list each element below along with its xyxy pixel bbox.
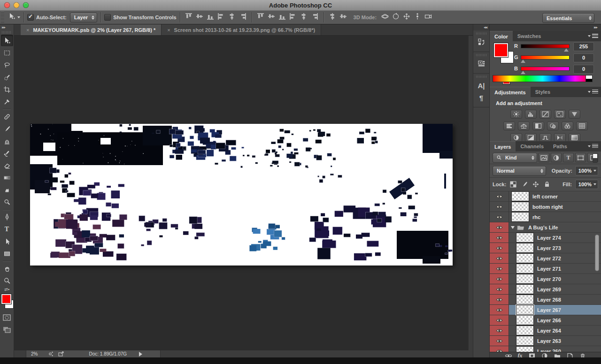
options-bar-grip[interactable] <box>1 12 4 23</box>
layer-visibility-eye-icon[interactable] <box>490 212 509 222</box>
distribute-vertical-centers-icon[interactable] <box>267 13 276 21</box>
adjustment-black-white-button[interactable] <box>532 121 544 130</box>
layer-row-layer-266[interactable]: Layer 266 <box>490 315 601 326</box>
tool-rect-marquee[interactable] <box>1 47 13 59</box>
collapse-tools-icon[interactable]: ▸▸ <box>0 24 14 30</box>
tool-clone-stamp[interactable] <box>1 135 13 147</box>
layer-thumbnail[interactable] <box>516 233 533 242</box>
green-channel-value[interactable]: 0 <box>573 53 594 62</box>
filter-adjustment-layers-icon[interactable] <box>551 153 562 162</box>
fill-value[interactable]: 100% <box>575 180 598 189</box>
tool-eyedropper[interactable] <box>1 96 13 107</box>
layer-row-content[interactable]: Layer 270 <box>509 274 601 284</box>
layer-name[interactable]: rhc <box>532 214 540 220</box>
layer-name[interactable]: Layer 273 <box>537 245 561 251</box>
tool-history-brush[interactable] <box>1 147 13 159</box>
distribute-vertical-space-icon[interactable] <box>339 13 348 21</box>
3d-orbit-icon[interactable] <box>380 13 389 21</box>
tab-channels[interactable]: Channels <box>516 141 548 152</box>
adjustment-curves-button[interactable] <box>539 110 551 119</box>
distribute-horizontal-space-icon[interactable] <box>328 13 337 21</box>
layer-visibility-eye-icon[interactable] <box>490 346 509 352</box>
layer-row-layer-271[interactable]: Layer 271 <box>490 264 601 274</box>
white-black-ramp-end[interactable] <box>586 75 593 82</box>
foreground-color-swatch[interactable] <box>1 294 11 304</box>
layer-name[interactable]: Layer 268 <box>537 297 561 303</box>
filter-type-layers-icon[interactable]: T <box>563 153 574 162</box>
layer-row-content[interactable]: Layer 273 <box>509 243 601 253</box>
properties-panel-icon[interactable] <box>476 58 487 69</box>
3d-slide-icon[interactable] <box>413 13 422 21</box>
3d-camera-icon[interactable] <box>424 13 432 21</box>
tab-paths[interactable]: Paths <box>548 141 572 152</box>
distribute-bottom-edges-icon[interactable] <box>278 13 287 21</box>
layer-name[interactable]: left corner <box>532 194 558 199</box>
zoom-level-field[interactable]: 2% <box>31 351 38 356</box>
group-disclosure-triangle-icon[interactable] <box>511 226 515 229</box>
document-tab-screenshot[interactable]: × Screen shot 2013-10-26 at 19.23.39.png… <box>162 24 321 35</box>
layer-row-layer-260[interactable]: Layer 260 <box>490 346 601 352</box>
adjustment-channel-mixer-button[interactable] <box>562 121 573 130</box>
layer-row-layer-267[interactable]: Layer 267 <box>490 305 601 315</box>
layer-name[interactable]: Layer 266 <box>537 318 561 323</box>
history-panel-icon[interactable] <box>476 37 487 48</box>
layer-thumbnail[interactable] <box>516 254 533 263</box>
lock-image-pixels-icon[interactable] <box>521 181 528 188</box>
workspace-switcher[interactable]: Essentials <box>542 13 594 23</box>
filter-shape-layers-icon[interactable] <box>575 153 586 162</box>
document-canvas[interactable] <box>30 124 453 265</box>
layer-name[interactable]: Layer 267 <box>537 307 561 313</box>
opacity-value[interactable]: 100% <box>575 166 598 175</box>
layer-row-content[interactable]: Layer 271 <box>509 264 601 273</box>
layer-row-content[interactable]: Layer 264 <box>509 326 601 335</box>
panel-menu-icon[interactable] <box>591 89 598 95</box>
layer-thumbnail[interactable] <box>516 326 533 335</box>
layer-thumbnail[interactable] <box>512 192 529 201</box>
close-tab-icon[interactable]: × <box>167 27 170 33</box>
layer-name[interactable]: Layer 274 <box>537 235 561 241</box>
adjustment-exposure-button[interactable] <box>554 110 566 119</box>
layer-visibility-eye-icon[interactable] <box>490 274 509 284</box>
adjustment-hue-saturation-button[interactable] <box>503 121 515 130</box>
layer-name[interactable]: Layer 272 <box>537 256 561 261</box>
tool-move[interactable] <box>1 35 13 46</box>
layer-row-content[interactable]: Layer 269 <box>509 284 601 294</box>
green-channel-slider[interactable] <box>521 55 570 60</box>
layer-visibility-eye-icon[interactable] <box>490 284 509 294</box>
auto-select-target-dropdown[interactable]: Layer <box>70 13 97 23</box>
tab-styles[interactable]: Styles <box>531 87 555 97</box>
expand-dock-icon[interactable]: ◂◂ <box>473 24 489 30</box>
adjustment-brightness-contrast-button[interactable] <box>510 110 522 119</box>
close-tab-icon[interactable]: × <box>26 27 29 33</box>
layer-thumbnail[interactable] <box>516 316 533 325</box>
layer-name[interactable]: Layer 271 <box>537 266 561 272</box>
red-channel-value[interactable]: 255 <box>573 42 594 51</box>
canvas-vertical-scrollbar[interactable] <box>468 36 473 350</box>
show-transform-controls-checkbox[interactable] <box>104 14 111 21</box>
layer-name[interactable]: Layer 270 <box>537 276 561 282</box>
3d-roll-icon[interactable] <box>391 13 400 21</box>
layer-thumbnail[interactable] <box>516 243 533 252</box>
layer-visibility-eye-icon[interactable] <box>490 336 509 346</box>
layer-visibility-eye-icon[interactable] <box>490 243 509 253</box>
layer-row-content[interactable]: Layer 272 <box>509 253 601 263</box>
tool-gradient[interactable] <box>1 172 13 183</box>
distribute-right-edges-icon[interactable] <box>310 13 319 21</box>
layer-name[interactable]: bottom right <box>532 204 563 210</box>
layer-row-layer-272[interactable]: Layer 272 <box>490 253 601 264</box>
character-panel-icon[interactable]: A| <box>476 80 487 91</box>
layer-row-layer-273[interactable]: Layer 273 <box>490 243 601 253</box>
tool-type[interactable]: T <box>1 223 13 235</box>
layer-row-layer-269[interactable]: Layer 269 <box>490 284 601 295</box>
panel-menu-icon[interactable] <box>591 144 598 149</box>
tool-brush[interactable] <box>1 123 13 135</box>
status-options-arrow-icon[interactable] <box>139 352 142 356</box>
screen-mode-button[interactable] <box>1 324 13 335</box>
distribute-horizontal-centers-icon[interactable] <box>300 13 308 21</box>
layer-row-bottom-right[interactable]: bottom right <box>490 202 601 212</box>
foreground-color-swatch[interactable] <box>494 43 508 57</box>
layer-name[interactable]: Layer 269 <box>537 287 561 292</box>
layer-row-layer-264[interactable]: Layer 264 <box>490 326 601 336</box>
layer-row-layer-270[interactable]: Layer 270 <box>490 274 601 284</box>
layer-thumbnail[interactable] <box>512 202 529 211</box>
